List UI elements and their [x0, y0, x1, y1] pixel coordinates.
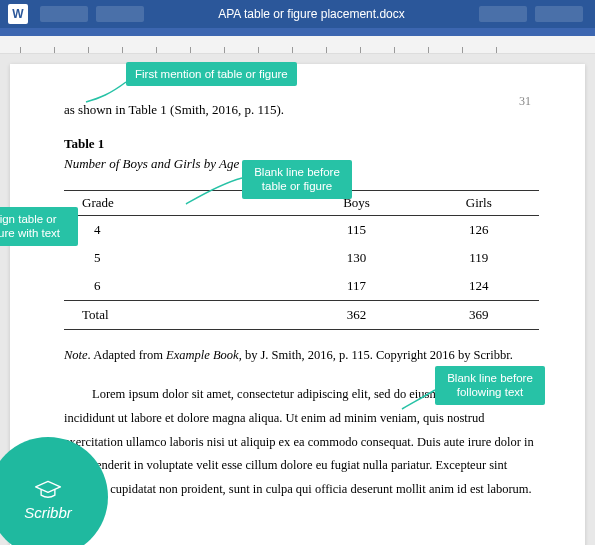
word-app-icon: W	[8, 4, 28, 24]
note-source: Example Book	[166, 348, 239, 362]
ribbon-strip	[0, 28, 595, 36]
note-text: . Adapted from	[88, 348, 166, 362]
callout-blank-before: Blank line before table or figure	[242, 160, 352, 199]
titlebar-placeholder	[535, 6, 583, 22]
graduation-cap-icon	[33, 480, 63, 502]
first-mention-line: as shown in Table 1 (Smith, 2016, p. 115…	[64, 102, 539, 118]
titlebar-placeholder	[479, 6, 527, 22]
note-label: Note	[64, 348, 88, 362]
word-icon-glyph: W	[12, 7, 23, 21]
titlebar-placeholder	[40, 6, 88, 22]
table-note: Note. Adapted from Example Book, by J. S…	[64, 348, 539, 363]
callout-first-mention: First mention of table or figure	[126, 62, 297, 86]
table-label: Table 1	[64, 136, 539, 152]
word-titlebar: W APA table or figure placement.docx	[0, 0, 595, 28]
note-text: , by J. Smith, 2016, p. 115. Copyright 2…	[239, 348, 513, 362]
document-filename: APA table or figure placement.docx	[218, 7, 405, 21]
callout-align: Align table or figure with text	[0, 207, 78, 246]
data-table: Grade Boys Girls 4 115 126 5 130 119 6	[64, 190, 539, 330]
table-row: 6 117 124	[64, 272, 539, 301]
page-number: 31	[519, 94, 531, 109]
titlebar-placeholder	[96, 6, 144, 22]
table-row: 5 130 119	[64, 244, 539, 272]
col-header: Girls	[419, 191, 540, 216]
table-total-row: Total 362 369	[64, 301, 539, 330]
table-row: 4 115 126	[64, 216, 539, 245]
horizontal-ruler[interactable]	[0, 36, 595, 54]
callout-blank-after: Blank line before following text	[435, 366, 545, 405]
scribbr-brand-text: Scribbr	[24, 504, 72, 521]
